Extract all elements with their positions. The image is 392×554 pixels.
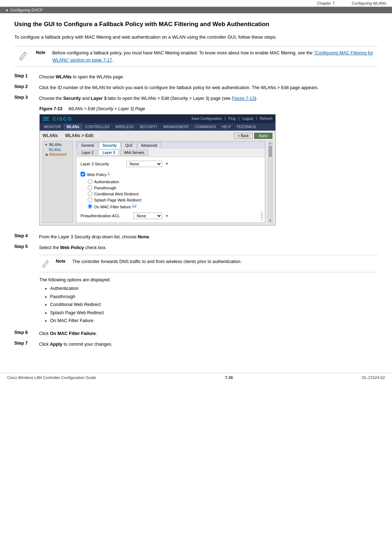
radio-conditional[interactable] (88, 191, 92, 196)
web-policy-footnote[interactable]: 1 (108, 171, 110, 175)
nav-controller[interactable]: CONTROLLER (82, 124, 112, 130)
option-conditional: Conditional Web Redirect (88, 191, 261, 196)
subtab-aaa[interactable]: AAA Servers (120, 150, 148, 156)
nav-wlans[interactable]: WLANs (64, 124, 82, 130)
preauthentication-select[interactable]: None (134, 213, 162, 219)
radio-mac-filter[interactable] (88, 204, 92, 209)
nav-wlans-label: WLANs (49, 143, 62, 147)
cisco-page-header-row: WLANs WLANs > Edit < Back Apply (43, 133, 272, 139)
nav-help[interactable]: HELP (219, 124, 234, 130)
wlans-heading: WLANs (43, 133, 58, 138)
tab-row: General Security QoS Advanced (76, 141, 265, 149)
apply-button[interactable]: Apply (254, 133, 272, 139)
note-pencil-icon-2 (41, 258, 51, 268)
back-button[interactable]: < Back (234, 133, 253, 139)
footer-right-text: OL-21524-02 (362, 375, 385, 380)
chapter-num: 7 (332, 1, 334, 5)
step-7-label: Step 7 (14, 341, 34, 348)
nav-monitor[interactable]: MONITOR (41, 124, 64, 130)
breadcrumb-bar: ■ Configuring DHCP (0, 7, 392, 13)
toplink-save[interactable]: Save Configuration (191, 117, 222, 121)
cisco-page-header-left: WLANs WLANs > Edit (43, 133, 93, 138)
step-5: Step 5 Select the Web Policy check box. (14, 244, 378, 251)
note-label-2: Note (56, 258, 69, 264)
toplink-logout[interactable]: Logout (242, 117, 253, 121)
screenshot-container: CISCO Save Configuration | Ping | Logout… (39, 114, 276, 225)
radio-passthrough[interactable] (88, 185, 92, 190)
nav-feedback[interactable]: FEEDBACK (234, 124, 259, 130)
chapter-label: Chapter (317, 1, 331, 5)
header-buttons: < Back Apply (234, 133, 272, 139)
scrollbar-thumb[interactable] (269, 146, 272, 157)
breadcrumb-item: Configuring DHCP (10, 8, 43, 12)
note-link-1[interactable]: "Configuring MAC Filtering for WLANs" se… (52, 50, 373, 63)
note-label-1: Note (36, 49, 49, 55)
sub-tab-row: Layer 2 Layer 3 AAA Servers (76, 149, 265, 157)
option-passthrough: Passthrough (88, 185, 261, 190)
step-7-text: Click Apply to commit your changes. (39, 341, 112, 348)
nav-commands[interactable]: COMMANDS (192, 124, 219, 130)
toplink-refresh[interactable]: Refresh (260, 117, 272, 121)
figure-link[interactable]: Figure 7-13 (232, 96, 255, 101)
radio-authentication[interactable] (88, 179, 92, 184)
scrollbar-down[interactable]: ▼ (268, 219, 272, 223)
page-footer: Cisco Wireless LAN Controller Configurat… (0, 373, 392, 382)
step-3: Step 3 Choose the Security and Layer 3 t… (14, 95, 378, 102)
step-5-label: Step 5 (14, 244, 34, 251)
step-4-label: Step 4 (14, 233, 34, 240)
cisco-tab-area: General Security QoS Advanced Layer 2 La… (76, 141, 265, 223)
nav-security[interactable]: SECURITY (137, 124, 161, 130)
step-3-text: Choose the Security and Layer 3 tabs to … (39, 95, 257, 102)
step-7: Step 7 Click Apply to commit your change… (14, 341, 378, 348)
radio-splash[interactable] (88, 198, 92, 202)
following-text: The following options are displayed: (39, 277, 378, 282)
svg-line-0 (25, 52, 26, 54)
cisco-logo-text: CISCO (53, 116, 72, 122)
subtab-layer3[interactable]: Layer 3 (98, 150, 119, 156)
mac-filter-footnote[interactable]: 1,2 (132, 204, 137, 207)
cisco-topbar: CISCO Save Configuration | Ping | Logout… (40, 115, 275, 123)
scrollbar-up[interactable]: ▲ (268, 141, 272, 145)
cisco-bars (43, 117, 49, 121)
step-2: Step 2 Click the ID number of the WLAN f… (14, 84, 378, 91)
scrollbar[interactable]: ▲ ▼ (268, 141, 272, 223)
subtab-layer2[interactable]: Layer 2 (78, 150, 97, 156)
tab-qos[interactable]: QoS (121, 142, 136, 149)
footer-page-num: 7-36 (225, 375, 233, 380)
svg-line-2 (47, 261, 49, 262)
toplink-ping[interactable]: Ping (228, 117, 236, 121)
step-4: Step 4 From the Layer 3 Security drop-do… (14, 233, 378, 240)
nav-wireless[interactable]: WIRELESS (112, 124, 137, 130)
tab-advanced[interactable]: Advanced (137, 142, 161, 149)
svg-line-1 (20, 59, 21, 60)
note-icon-2 (39, 258, 52, 269)
note-box-1: Note Before configuring a fallback polic… (14, 46, 378, 67)
web-policy-checkbox[interactable] (81, 172, 85, 176)
cisco-navbar: MONITOR WLANs CONTROLLER WIRELESS SECURI… (40, 123, 275, 131)
image-number: 208865 (260, 212, 263, 221)
preauthentication-row: Preauthentication ACL None ▼ (81, 213, 261, 219)
step-6-text: Click On MAC Filter Failure. (39, 330, 97, 337)
list-item-mac-filter: On MAC Filter Failure (50, 317, 378, 325)
note-text-2: The controller forwards DNS traffic to a… (72, 258, 242, 265)
preauthentication-arrow: ▼ (165, 214, 169, 218)
left-nav-triangle: ▼ WLANs (44, 143, 71, 147)
toplink-sep3: | (256, 117, 257, 121)
step-5-text: Select the Web Policy check box. (39, 244, 107, 251)
figure-caption: Figure 7-13 WLANs > Edit (Security > Lay… (39, 106, 378, 111)
layer3-security-row: Layer 3 Security None ▼ (81, 161, 261, 167)
page-title: Using the GUI to Configure a Fallback Po… (14, 20, 378, 29)
nav-advanced-label[interactable]: Advanced (49, 152, 67, 156)
cisco-toplinks: Save Configuration | Ping | Logout | Ref… (191, 117, 272, 121)
layer3-security-select[interactable]: None (126, 161, 162, 167)
nav-arrow: ▼ (44, 143, 48, 147)
note-box-2: Note The controller forwards DNS traffic… (39, 255, 378, 272)
tab-general[interactable]: General (77, 142, 98, 149)
left-nav-wlans-subitem[interactable]: WLANs (44, 147, 71, 152)
intro-text: To configure a fallback policy with MAC … (14, 34, 378, 41)
page-subheading: WLANs > Edit (65, 133, 93, 138)
cisco-left-nav: ▼ WLANs WLANs ▶ Advanced (43, 141, 73, 223)
nav-management[interactable]: MANAGEMENT (160, 124, 192, 130)
step-3-label: Step 3 (14, 95, 34, 102)
tab-security[interactable]: Security (99, 142, 121, 149)
